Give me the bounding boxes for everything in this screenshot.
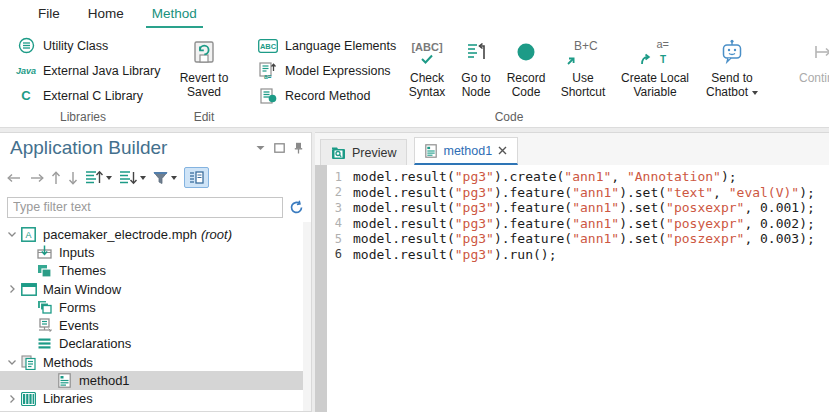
filter-row (0, 192, 311, 222)
refresh-icon[interactable] (289, 200, 304, 215)
code-text: model.result("pg3").run(); (353, 247, 557, 262)
svg-text:a=: a= (264, 73, 272, 80)
panel-header: Application Builder (0, 133, 311, 163)
go-to-node-button[interactable]: Go to Node (452, 33, 500, 99)
main-area: Application Builder (0, 132, 829, 412)
tree-item-label: Libraries (43, 391, 93, 406)
tree-item-label: Events (59, 318, 99, 333)
code-editor: Preview method1 1model.result("pg3").cre… (315, 132, 829, 412)
record-method-label: Record Method (285, 89, 370, 103)
model-expressions-label: Model Expressions (285, 64, 391, 78)
declarations-icon (36, 338, 53, 349)
breakpoint-gutter[interactable] (315, 165, 327, 412)
tree-item-label: method1 (79, 373, 130, 388)
line-number: 6 (327, 247, 353, 261)
events-icon (36, 318, 53, 333)
svg-text:ABC: ABC (260, 42, 277, 51)
code-line[interactable]: 3model.result("pg3").feature("ann1").set… (327, 200, 829, 216)
tab-home[interactable]: Home (74, 1, 138, 28)
check-syntax-button[interactable]: [ABC] Check Syntax (402, 33, 452, 99)
tree-item-forms[interactable]: Forms (0, 298, 311, 316)
close-icon[interactable] (498, 146, 507, 155)
check-syntax-icon: [ABC] (411, 37, 442, 67)
use-shortcut-button[interactable]: B+C Use Shortcut (552, 33, 614, 99)
tree-item-main-window[interactable]: Main Window (0, 280, 311, 298)
external-java-library-button[interactable]: Java External Java Library (8, 58, 158, 83)
expander-expanded-icon[interactable] (4, 360, 20, 365)
app-root-icon: A (20, 227, 37, 242)
tree-item-method1[interactable]: method1 (0, 371, 311, 389)
ribbon-group-continue: Continue (785, 28, 829, 127)
continue-button[interactable]: Continue (785, 33, 829, 85)
model-expressions-button[interactable]: a= Model Expressions (250, 58, 402, 83)
continue-icon (811, 37, 829, 67)
forward-arrow-icon[interactable] (29, 173, 44, 183)
ribbon-group-code: ABC Language Elements a= Model Expressio… (250, 28, 768, 127)
line-number: 1 (327, 170, 353, 184)
go-to-node-label: Go to Node (452, 71, 500, 99)
language-elements-icon: ABC (258, 39, 278, 53)
line-number: 2 (327, 185, 353, 199)
chevron-down-icon[interactable] (106, 176, 112, 180)
panel-menu-chevron-icon[interactable] (256, 145, 265, 151)
libraries-icon (20, 392, 37, 406)
chevron-down-icon[interactable] (171, 176, 177, 180)
line-number: 5 (327, 232, 353, 246)
tree-item-events[interactable]: Events (0, 316, 311, 334)
code-line[interactable]: 6model.result("pg3").run(); (327, 247, 829, 263)
code-area[interactable]: 1model.result("pg3").create("ann1", "Ann… (315, 165, 829, 412)
continue-label: Continue (799, 71, 829, 85)
main-window-icon (20, 283, 37, 296)
expander-expanded-icon[interactable] (4, 232, 20, 237)
themes-icon (36, 264, 53, 278)
expand-all-icon[interactable] (119, 170, 137, 185)
methods-icon (20, 355, 37, 370)
filter-input[interactable] (7, 197, 283, 218)
revert-to-saved-label: Revert to Saved (168, 71, 240, 99)
utility-class-button[interactable]: Utility Class (8, 33, 158, 58)
revert-to-saved-button[interactable]: Revert to Saved (168, 33, 240, 99)
code-group-label: Code (250, 110, 768, 124)
tree-item-declarations[interactable]: Declarations (0, 335, 311, 353)
filter-funnel-icon[interactable] (153, 171, 168, 185)
tree-item-methods[interactable]: Methods (0, 353, 311, 371)
chevron-down-icon[interactable] (140, 176, 146, 180)
panel-pin-icon[interactable] (294, 142, 303, 154)
language-elements-button[interactable]: ABC Language Elements (250, 33, 402, 58)
code-lines[interactable]: 1model.result("pg3").create("ann1", "Ann… (327, 165, 829, 412)
record-method-button[interactable]: Record Method (250, 83, 402, 108)
code-line[interactable]: 2model.result("pg3").feature("ann1").set… (327, 185, 829, 201)
application-tree: A pacemaker_electrode.mph (root) Inputs … (0, 222, 311, 411)
tab-method[interactable]: Method (138, 1, 211, 28)
expander-collapsed-icon[interactable] (4, 395, 20, 403)
tree-item-libraries[interactable]: Libraries (0, 390, 311, 408)
show-details-toggle[interactable] (184, 167, 209, 188)
send-to-chatbot-button[interactable]: Send to Chatbot (696, 33, 768, 99)
external-c-library-button[interactable]: C External C Library (8, 83, 158, 108)
code-line[interactable]: 1model.result("pg3").create("ann1", "Ann… (327, 169, 829, 185)
back-arrow-icon[interactable] (7, 173, 22, 183)
move-down-icon[interactable] (68, 171, 78, 185)
tab-preview[interactable]: Preview (320, 139, 407, 165)
tab-file[interactable]: File (24, 1, 74, 28)
collapse-all-icon[interactable] (85, 170, 103, 185)
tree-item-root[interactable]: A pacemaker_electrode.mph (root) (0, 225, 311, 243)
tree-item-suffix: (root) (201, 227, 232, 242)
panel-float-icon[interactable] (274, 143, 285, 153)
tree-item-inputs[interactable]: Inputs (0, 243, 311, 261)
use-shortcut-icon: B+C (566, 37, 600, 67)
tree-scrollbar[interactable] (303, 222, 311, 411)
create-local-variable-button[interactable]: a= T Create Local Variable (614, 33, 696, 99)
tree-item-themes[interactable]: Themes (0, 262, 311, 280)
record-code-button[interactable]: Record Code (500, 33, 552, 99)
ribbon-group-edit: Revert to Saved Edit (168, 28, 240, 127)
code-line[interactable]: 5model.result("pg3").feature("ann1").set… (327, 231, 829, 247)
expander-collapsed-icon[interactable] (4, 285, 20, 293)
inputs-icon (36, 245, 53, 259)
code-line[interactable]: 4model.result("pg3").feature("ann1").set… (327, 216, 829, 232)
forms-icon (36, 300, 53, 314)
create-local-variable-label: Create Local Variable (614, 71, 696, 99)
edit-group-label: Edit (168, 110, 240, 124)
move-up-icon[interactable] (51, 171, 61, 185)
tab-method1[interactable]: method1 (414, 137, 518, 165)
